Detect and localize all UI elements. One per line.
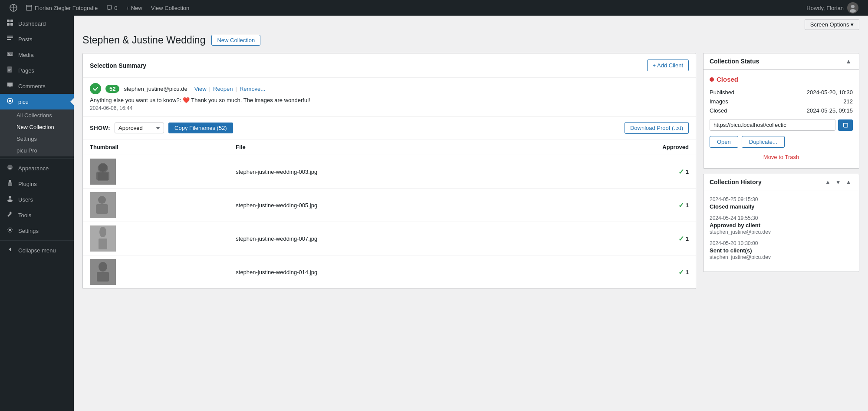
sidebar-item-new-collection[interactable]: New Collection	[0, 121, 74, 133]
new-menu[interactable]: + New	[122, 5, 146, 11]
history-collapse-up[interactable]: ▲	[823, 179, 832, 186]
new-label: + New	[126, 5, 142, 11]
check-icon-003: ✓	[678, 168, 684, 176]
svg-rect-30	[96, 204, 108, 214]
published-label: Published	[710, 89, 734, 96]
svg-point-18	[9, 100, 11, 102]
client-email: stephen_justine@picu.de	[124, 86, 187, 92]
download-proof-button[interactable]: Download Proof (.txt)	[625, 122, 689, 134]
sidebar-item-all-collections[interactable]: All Collections	[0, 109, 74, 121]
sidebar-item-settings[interactable]: Settings	[0, 223, 74, 239]
svg-rect-10	[7, 39, 11, 40]
page-title: Stephen & Justine Wedding	[82, 34, 205, 46]
copy-filenames-label: Copy Filenames (52)	[174, 125, 227, 131]
user-info[interactable]: Howdy, Florian	[802, 2, 863, 13]
col-thumbnail: Thumbnail	[83, 139, 229, 155]
sidebar-item-comments[interactable]: Comments	[0, 78, 74, 94]
collection-history-box: Collection History ▲ ▼ ▲ 2024-05-25 09:1…	[703, 174, 859, 272]
check-icon-005: ✓	[678, 201, 684, 209]
collection-url-input[interactable]	[710, 119, 835, 131]
history-minimize[interactable]: ▲	[844, 179, 853, 186]
history-user-1: stephen_justine@picu.dev	[710, 229, 853, 235]
history-collapse-down[interactable]: ▼	[834, 179, 842, 186]
client-actions: View | Reopen | Remove...	[192, 86, 268, 92]
sidebar-label-media: Media	[18, 52, 33, 58]
remove-link[interactable]: Remove...	[237, 86, 268, 92]
show-select[interactable]: Approved All Not Approved	[115, 123, 164, 133]
thumbnail-014	[90, 259, 116, 285]
sidebar-item-appearance[interactable]: Appearance	[0, 160, 74, 176]
sidebar-item-picu[interactable]: picu	[0, 94, 74, 109]
url-row	[710, 119, 853, 131]
status-label: Closed	[717, 76, 738, 83]
screen-options-bar: Screen Options ▾	[74, 16, 868, 30]
client-row: 52 stephen_justine@picu.de View | Reopen…	[83, 78, 696, 117]
sidebar-item-settings[interactable]: Settings	[0, 133, 74, 145]
screen-options-button[interactable]: Screen Options ▾	[805, 19, 859, 30]
images-value: 212	[843, 98, 853, 105]
svg-rect-20	[9, 180, 11, 182]
separator-2	[0, 240, 74, 241]
main-content: Screen Options ▾ Stephen & Justine Weddi…	[74, 16, 868, 411]
history-entry-1: 2024-05-24 19:55:30 Approved by client s…	[710, 215, 853, 235]
right-sidebar: Collection Status ▲ Closed Published 202…	[703, 53, 859, 402]
sidebar-item-tools[interactable]: Tools	[0, 207, 74, 223]
col-file: File	[229, 139, 557, 155]
sidebar-label-comments: Comments	[18, 83, 46, 89]
svg-rect-15	[8, 69, 11, 70]
settings-label: Settings	[16, 136, 37, 142]
copy-url-button[interactable]	[838, 119, 853, 131]
site-name[interactable]: Florian Ziegler Fotografie	[22, 5, 102, 11]
collapse-icon	[6, 246, 14, 255]
sidebar-item-posts[interactable]: Posts	[0, 31, 74, 47]
approved-cell-005: ✓ 1	[557, 189, 696, 222]
status-closed: Closed	[710, 76, 853, 83]
add-client-label: + Add Client	[653, 62, 683, 69]
new-collection-button[interactable]: New Collection	[211, 35, 260, 46]
move-to-trash-button[interactable]: Move to Trash	[710, 152, 853, 162]
collection-history-title: Collection History	[710, 179, 762, 186]
view-link[interactable]: View	[192, 86, 209, 92]
svg-point-22	[9, 196, 11, 199]
posts-icon	[6, 35, 14, 43]
avatar	[847, 2, 858, 13]
sidebar-item-dashboard[interactable]: Dashboard	[0, 16, 74, 31]
duplicate-label: Duplicate...	[749, 139, 777, 145]
count-badge: 52	[105, 85, 119, 93]
history-date-0: 2024-05-25 09:15:30	[710, 196, 853, 202]
status-collapse-up[interactable]: ▲	[844, 58, 853, 65]
filename-014: stephen-justine-wedding-014.jpg	[229, 255, 557, 289]
comments-count: 0	[114, 5, 117, 11]
sidebar-label-posts: Posts	[18, 36, 33, 43]
sidebar-item-plugins[interactable]: Plugins	[0, 176, 74, 192]
dashboard-icon	[6, 19, 14, 28]
collection-history-header: Collection History ▲ ▼ ▲	[704, 174, 859, 190]
sidebar-label-plugins: Plugins	[18, 181, 37, 187]
svg-point-2	[851, 5, 855, 8]
open-button[interactable]: Open	[710, 136, 738, 148]
summary-header: Selection Summary + Add Client	[83, 53, 696, 78]
sidebar-item-media[interactable]: Media	[0, 47, 74, 63]
sidebar-item-picu-pro[interactable]: picu Pro	[0, 145, 74, 156]
sidebar-label-appearance: Appearance	[18, 165, 49, 172]
wp-logo[interactable]	[5, 4, 22, 12]
svg-rect-14	[8, 68, 11, 68]
history-date-2: 2024-05-20 10:30:00	[710, 240, 853, 246]
add-client-button[interactable]: + Add Client	[647, 60, 689, 71]
history-entry-2: 2024-05-20 10:30:00 Sent to client(s) st…	[710, 240, 853, 260]
history-action-0: Closed manually	[710, 203, 853, 210]
sidebar-item-users[interactable]: Users	[0, 192, 74, 207]
approved-cell-007: ✓ 1	[557, 222, 696, 255]
comments-link[interactable]: 0	[102, 5, 122, 11]
collapse-menu-btn[interactable]: Collapse menu	[0, 242, 74, 258]
view-collection-link[interactable]: View Collection	[147, 5, 194, 11]
reopen-link[interactable]: Reopen	[210, 86, 236, 92]
sidebar-item-pages[interactable]: Pages	[0, 63, 74, 78]
tools-icon	[6, 211, 14, 219]
filename-005: stephen-justine-wedding-005.jpg	[229, 189, 557, 222]
collection-status-body: Closed Published 2024-05-20, 10:30 Image…	[704, 70, 859, 168]
thumbnail-003	[90, 159, 116, 185]
duplicate-button[interactable]: Duplicate...	[742, 136, 785, 148]
copy-filenames-button[interactable]: Copy Filenames (52)	[168, 123, 233, 133]
table-row: stephen-justine-wedding-003.jpg ✓ 1	[83, 155, 696, 189]
